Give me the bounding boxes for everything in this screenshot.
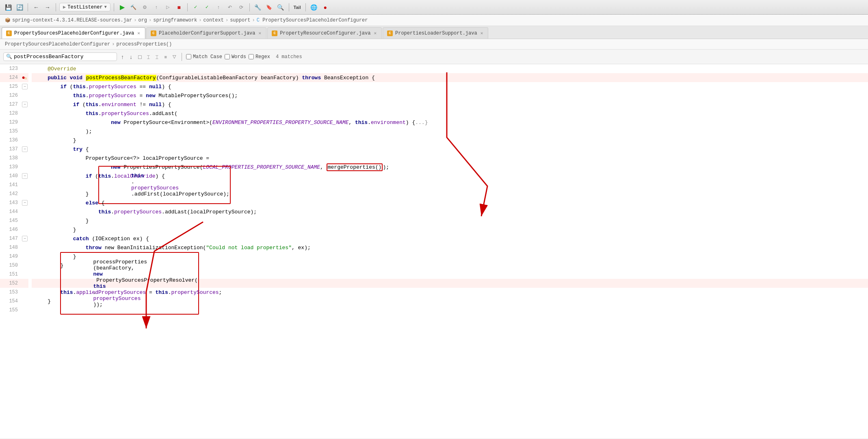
- breadcrumb-springframework[interactable]: springframework: [153, 17, 197, 23]
- breadcrumb-org[interactable]: org: [138, 17, 147, 23]
- this1: this: [73, 84, 86, 90]
- regex-checkbox[interactable]: [249, 54, 254, 59]
- exception-type: B: [321, 75, 327, 81]
- kw-try: try: [73, 146, 82, 152]
- java-icon-3: C: [387, 30, 393, 36]
- git-rollback-button[interactable]: ↶: [225, 2, 235, 12]
- git-history-button[interactable]: ⟳: [236, 2, 246, 12]
- nav-class[interactable]: PropertySourcesPlaceholderConfigurer: [5, 41, 110, 47]
- update-button[interactable]: ↑: [152, 2, 161, 12]
- tab-close-3[interactable]: ✕: [480, 30, 484, 36]
- run2-button[interactable]: ▷: [163, 2, 173, 12]
- line-126-gutter: 126: [0, 91, 28, 100]
- words-option[interactable]: Words: [225, 54, 246, 60]
- dot4: .: [98, 111, 102, 117]
- line-123-gutter: 123: [0, 64, 28, 73]
- type-class: PropertySource<?>: [86, 155, 143, 161]
- tab-close-1[interactable]: ✕: [258, 30, 262, 36]
- addlast2: .addLast(localPropertySource);: [162, 209, 257, 215]
- breadcrumb-support[interactable]: support: [230, 17, 250, 23]
- run-button[interactable]: ▶: [117, 2, 127, 12]
- run-config-selector[interactable]: ▶ TestListener ▼: [59, 3, 110, 11]
- space2: n: [102, 245, 108, 251]
- wrench-button[interactable]: 🔧: [253, 2, 263, 12]
- stop-button[interactable]: ■: [174, 2, 184, 12]
- search-filter-btn3[interactable]: ≡: [162, 54, 168, 60]
- regex-option[interactable]: Regex: [249, 54, 270, 60]
- tab-properties-loader-support[interactable]: C PropertiesLoaderSupport.java ✕: [383, 27, 488, 39]
- line-152-gutter: 152: [0, 279, 28, 288]
- breadcrumb-jar-label[interactable]: spring-context-4.3.14.RELEASE-sources.ja…: [12, 17, 132, 23]
- this3: this: [86, 102, 98, 108]
- refresh-button[interactable]: 🔄: [15, 2, 24, 12]
- code-line-123: @Override: [32, 64, 868, 73]
- search-next-button[interactable]: ↓: [128, 53, 134, 61]
- kw-throw: throw: [86, 245, 102, 251]
- gutter-fold-143: −: [20, 200, 28, 206]
- nav-path: PropertySourcesPlaceholderConfigurer › p…: [0, 39, 868, 50]
- line-153-gutter: 153: [0, 288, 28, 297]
- search-prev-button[interactable]: ↑: [119, 53, 126, 61]
- tabs-bar: C PropertySourcesPlaceholderConfigurer.j…: [0, 26, 868, 39]
- search-input[interactable]: [14, 54, 114, 60]
- git-checkmark-button[interactable]: ✓: [202, 2, 212, 12]
- bookmark-button[interactable]: 🔖: [264, 2, 274, 12]
- semi: );: [383, 164, 389, 170]
- forward-button[interactable]: →: [43, 2, 52, 12]
- tab-property-resource-configurer[interactable]: C PropertyResourceConfigurer.java ✕: [267, 27, 382, 39]
- code-area: @Override public void postProcessBeanFac…: [28, 64, 868, 438]
- save-button[interactable]: 💾: [3, 2, 13, 12]
- tail-button[interactable]: Tail: [292, 2, 302, 12]
- field7: propertySources: [171, 289, 219, 296]
- dot3: .: [98, 102, 102, 108]
- brace3: {: [82, 146, 89, 152]
- addlast: .addLast(: [149, 111, 177, 117]
- fold-icon-137[interactable]: −: [22, 146, 28, 152]
- fold-icon-143[interactable]: −: [22, 200, 28, 206]
- line-154-gutter: 154: [0, 297, 28, 306]
- match-case-checkbox[interactable]: [186, 54, 191, 59]
- paren2: );: [86, 128, 92, 135]
- translate-button[interactable]: 🌐: [309, 2, 319, 12]
- search-filter-btn4[interactable]: ▽: [171, 53, 177, 60]
- tab-property-sources-placeholder-configurer[interactable]: C PropertySourcesPlaceholderConfigurer.j…: [2, 27, 145, 39]
- fold-icon-127[interactable]: −: [22, 102, 28, 107]
- search-filter-btn1[interactable]: ⌶: [145, 54, 152, 60]
- fold-icon-125[interactable]: −: [22, 84, 28, 89]
- line-num-143: 143: [0, 198, 20, 207]
- breadcrumb-class[interactable]: C PropertySourcesPlaceholderConfigurer: [257, 17, 368, 23]
- tab-close-2[interactable]: ✕: [373, 30, 377, 36]
- back-button[interactable]: ←: [31, 2, 41, 12]
- git-push-button[interactable]: ↑: [214, 2, 223, 12]
- kw-if3: if: [86, 173, 92, 179]
- tab-close-0[interactable]: ✕: [136, 30, 141, 36]
- line-125-gutter: 125 −: [0, 82, 28, 91]
- rebuild-button[interactable]: ⚙: [140, 2, 150, 12]
- match-case-option[interactable]: Match Case: [186, 54, 222, 60]
- field-propertysources: propertySources: [89, 84, 136, 90]
- red-icon-button[interactable]: ●: [320, 2, 330, 12]
- catch-paren: (IOExc: [89, 236, 111, 242]
- breadcrumb-context[interactable]: context: [203, 17, 224, 23]
- words-checkbox[interactable]: [225, 54, 230, 59]
- fold-icon-147[interactable]: −: [22, 236, 28, 241]
- separator: [187, 3, 188, 11]
- indent: [32, 289, 60, 296]
- line-num-150: 150: [0, 261, 20, 270]
- nav-method[interactable]: processProperties(): [116, 41, 172, 47]
- indent: [32, 182, 98, 188]
- search-toolbar-button[interactable]: 🔍: [276, 2, 286, 12]
- process-props-method: processProperties: [93, 259, 147, 265]
- search-filter-btn2[interactable]: ⌶: [154, 54, 160, 60]
- fold-icon-140[interactable]: −: [22, 173, 28, 179]
- line-num-138: 138: [0, 154, 20, 163]
- breadcrumb-jar[interactable]: 📦: [5, 17, 11, 23]
- search-bar: 🔍 ↑ ↓ □ ⌶ ⌶ ≡ ▽ Match Case Words Regex 4…: [0, 50, 868, 64]
- search-expand-button[interactable]: □: [136, 53, 143, 61]
- matches-count: 4 matches: [276, 54, 302, 60]
- git-branch-button[interactable]: ✓: [191, 2, 201, 12]
- tab-placeholder-configurer-support[interactable]: C PlaceholderConfigurerSupport.java ✕: [146, 27, 266, 39]
- build-button[interactable]: 🔨: [129, 2, 139, 12]
- kw-if2: if: [73, 102, 80, 108]
- code-line-146: }: [32, 225, 868, 234]
